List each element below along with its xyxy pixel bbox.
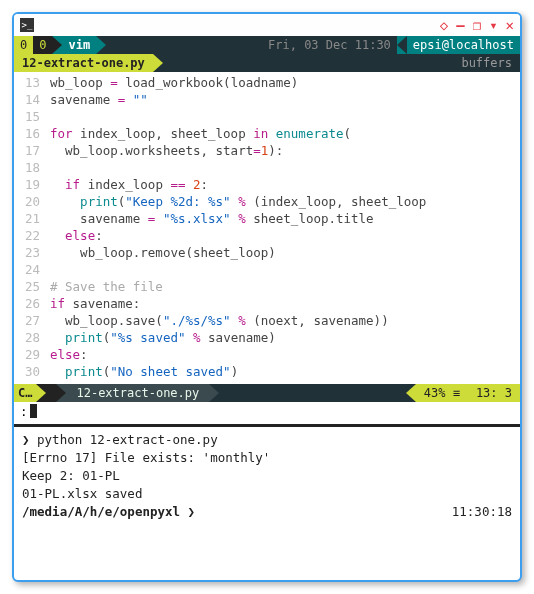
vim-mode: C… [14, 384, 36, 402]
line-number: 22 [14, 227, 50, 244]
code-line[interactable]: 23 wb_loop.remove(sheet_loop) [14, 244, 520, 261]
cmd-prefix: : [20, 404, 28, 419]
code-text: else: [50, 346, 88, 363]
line-number: 27 [14, 312, 50, 329]
code-text: print("Keep %2d: %s" % (index_loop, shee… [50, 193, 426, 210]
line-number: 24 [14, 261, 50, 278]
code-text: if index_loop == 2: [50, 176, 208, 193]
line-number: 17 [14, 142, 50, 159]
code-line[interactable]: 28 print("%s saved" % savename) [14, 329, 520, 346]
sep-icon [96, 36, 106, 54]
app-name: vim [62, 36, 96, 54]
line-number: 16 [14, 125, 50, 142]
line-number: 15 [14, 108, 50, 125]
code-line[interactable]: 13wb_loop = load_workbook(loadname) [14, 74, 520, 91]
code-line[interactable]: 25# Save the file [14, 278, 520, 295]
code-editor[interactable]: 13wb_loop = load_workbook(loadname)14sav… [14, 72, 520, 382]
window-index: 0 [33, 36, 52, 54]
code-text: savename = "%s.xlsx" % sheet_loop.title [50, 210, 374, 227]
code-text: wb_loop.remove(sheet_loop) [50, 244, 276, 261]
terminal-window: >_ ◇ — ❐ ▾ ✕ 0 0 vim Fri, 03 Dec 11:30 e… [12, 12, 522, 582]
shell-line: ❯ python 12-extract-one.py [22, 431, 512, 449]
close-button[interactable]: ✕ [506, 18, 514, 32]
code-line[interactable]: 24 [14, 261, 520, 278]
code-text: savename = "" [50, 91, 148, 108]
code-line[interactable]: 22 else: [14, 227, 520, 244]
code-line[interactable]: 20 print("Keep %2d: %s" % (index_loop, s… [14, 193, 520, 210]
tab-active[interactable]: 12-extract-one.py [14, 54, 153, 72]
minimize-button[interactable]: — [456, 18, 464, 32]
line-number: 23 [14, 244, 50, 261]
line-number: 21 [14, 210, 50, 227]
restore-button[interactable]: ❐ [473, 18, 481, 32]
cursor-icon [30, 404, 37, 418]
line-number: 25 [14, 278, 50, 295]
shell-line: 01-PL.xlsx saved [22, 485, 512, 503]
line-number: 20 [14, 193, 50, 210]
sep-icon [56, 384, 66, 402]
line-number: 30 [14, 363, 50, 380]
code-line[interactable]: 29else: [14, 346, 520, 363]
sep-icon [36, 384, 46, 402]
terminal-icon: >_ [20, 18, 34, 32]
dropdown-icon[interactable]: ▾ [489, 18, 497, 32]
user-host-label: epsi@localhost [407, 36, 520, 54]
code-line[interactable]: 15 [14, 108, 520, 125]
code-line[interactable]: 27 wb_loop.save("./%s/%s" % (noext, save… [14, 312, 520, 329]
code-line[interactable]: 21 savename = "%s.xlsx" % sheet_loop.tit… [14, 210, 520, 227]
line-number: 13 [14, 74, 50, 91]
shell-line: Keep 2: 01-PL [22, 467, 512, 485]
code-line[interactable]: 30 print("No sheet saved") [14, 363, 520, 380]
code-text: # Save the file [50, 278, 163, 295]
sep-icon [209, 384, 219, 402]
cursor-position: 13: 3 [468, 384, 520, 402]
vim-commandline[interactable]: : [14, 402, 520, 420]
sep-icon [397, 36, 407, 54]
code-line[interactable]: 18 [14, 159, 520, 176]
code-line[interactable]: 16for index_loop, sheet_loop in enumerat… [14, 125, 520, 142]
vim-tabbar: 12-extract-one.py buffers [14, 54, 520, 72]
filename-label: 12-extract-one.py [66, 384, 209, 402]
code-line[interactable]: 19 if index_loop == 2: [14, 176, 520, 193]
shell-line: [Errno 17] File exists: 'monthly' [22, 449, 512, 467]
line-number: 18 [14, 159, 50, 176]
tmux-statusbar: 0 0 vim Fri, 03 Dec 11:30 epsi@localhost [14, 36, 520, 54]
buffers-label[interactable]: buffers [453, 54, 520, 72]
session-index: 0 [14, 36, 33, 54]
sep-icon [406, 384, 416, 402]
line-number: 26 [14, 295, 50, 312]
line-number: 19 [14, 176, 50, 193]
code-line[interactable]: 14savename = "" [14, 91, 520, 108]
sep-icon [52, 36, 62, 54]
code-line[interactable]: 17 wb_loop.worksheets, start=1): [14, 142, 520, 159]
titlebar[interactable]: >_ ◇ — ❐ ▾ ✕ [14, 14, 520, 36]
code-text: wb_loop = load_workbook(loadname) [50, 74, 298, 91]
line-number: 29 [14, 346, 50, 363]
code-text: if savename: [50, 295, 140, 312]
shell-prompt: /media/A/h/e/openpyxl ❯ [22, 503, 195, 521]
scroll-percent: 43% ≡ [416, 384, 468, 402]
sep-icon [153, 54, 163, 72]
code-text: print("No sheet saved") [50, 363, 238, 380]
line-number: 14 [14, 91, 50, 108]
pane-divider[interactable] [14, 424, 520, 427]
sep-icon [443, 54, 453, 72]
code-text: for index_loop, sheet_loop in enumerate( [50, 125, 351, 142]
code-line[interactable]: 26if savename: [14, 295, 520, 312]
code-text: wb_loop.save("./%s/%s" % (noext, savenam… [50, 312, 389, 329]
vim-statusline: C… 12-extract-one.py 43% ≡ 13: 3 [14, 384, 520, 402]
code-text: wb_loop.worksheets, start=1): [50, 142, 283, 159]
code-text: else: [50, 227, 103, 244]
clock-label: 11:30:18 [452, 503, 512, 521]
shell-output[interactable]: ❯ python 12-extract-one.py [Errno 17] Fi… [14, 429, 520, 523]
code-text: print("%s saved" % savename) [50, 329, 276, 346]
pin-icon[interactable]: ◇ [440, 18, 448, 32]
line-number: 28 [14, 329, 50, 346]
datetime-label: Fri, 03 Dec 11:30 [106, 36, 397, 54]
